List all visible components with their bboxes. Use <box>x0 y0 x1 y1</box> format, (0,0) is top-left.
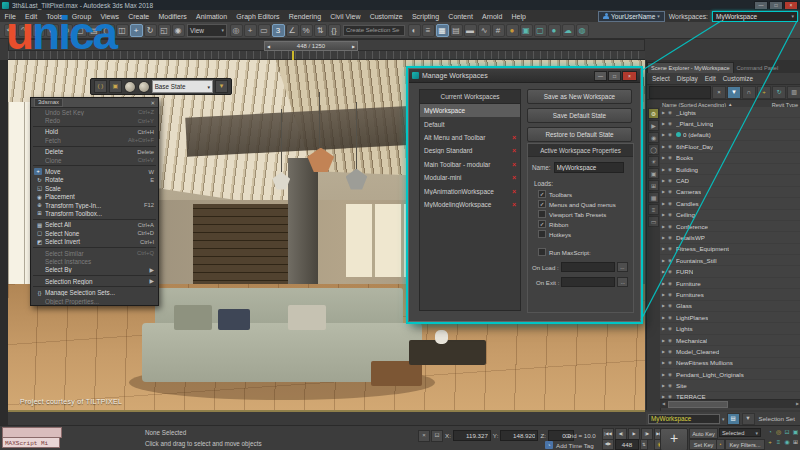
render-icon[interactable]: ● <box>548 24 561 37</box>
visibility-icon[interactable]: ◉ <box>668 258 676 263</box>
visibility-icon[interactable]: ◉ <box>668 246 676 251</box>
display-shapes-icon[interactable]: ◯ <box>648 144 659 155</box>
current-frame-field[interactable]: 448 <box>615 439 639 450</box>
select-rotate-icon[interactable]: ↻ <box>144 24 157 37</box>
time-slider-handle[interactable]: ◀ 448 / 1250 ▶ <box>264 41 358 51</box>
scene-item-building[interactable]: ▶◉Building <box>660 164 800 175</box>
context-item-object-properties[interactable]: Object Properties... <box>31 297 158 305</box>
context-item-placement[interactable]: ◉Placement <box>31 193 158 201</box>
workspace-item-main-toolbar-modular[interactable]: Main Toolbar - modular× <box>420 158 520 171</box>
named-selection-input[interactable] <box>343 25 405 36</box>
sync-selection-icon[interactable]: ↻ <box>772 86 786 99</box>
context-item-delete[interactable]: DeleteDelete <box>31 148 158 156</box>
visibility-icon[interactable]: ◉ <box>668 189 676 194</box>
state-save-icon[interactable]: ▼ <box>215 80 228 93</box>
visibility-icon[interactable]: ◉ <box>668 269 676 274</box>
zoom-icon[interactable]: ◎ <box>775 428 783 437</box>
workspace-item-myworkspace[interactable]: MyWorkspace <box>420 104 520 117</box>
delete-workspace-icon[interactable]: × <box>512 201 516 208</box>
on-load-input[interactable] <box>561 262 615 272</box>
chevron-down-icon[interactable]: ▾ <box>722 416 725 422</box>
workspace-item-alt-menu-and-toolbar[interactable]: Alt Menu and Toolbar× <box>420 131 520 144</box>
context-item-select-similar[interactable]: Select SimilarCtrl+Q <box>31 249 158 257</box>
visibility-icon[interactable]: ◉ <box>668 144 676 149</box>
state-record-icon[interactable]: ( ) <box>94 80 107 93</box>
checkbox-viewport-tab-presets[interactable]: Viewport Tab Presets <box>538 210 616 218</box>
absolute-mode-icon[interactable]: ⊡ <box>431 430 443 442</box>
scene-item-terrace[interactable]: ▶◉TERRACE <box>660 392 800 399</box>
display-helpers-icon[interactable]: ⊞ <box>648 180 659 191</box>
scene-item-fitness-equipment[interactable]: ▶◉Fitness_Equipment <box>660 244 800 255</box>
context-item-transform-toolbox[interactable]: ⊞Transform Toolbox... <box>31 209 158 217</box>
context-item-select-none[interactable]: ▢Select NoneCtrl+D <box>31 229 158 237</box>
schematic-view-icon[interactable]: # <box>492 24 505 37</box>
checkbox-icon[interactable]: ✓ <box>538 200 546 208</box>
configure-columns-icon[interactable]: ▥ <box>787 86 800 99</box>
context-item-selection-region[interactable]: Selection Region▶ <box>31 277 158 285</box>
checkbox-icon[interactable]: ✓ <box>538 220 546 228</box>
browse-button[interactable]: ... <box>617 262 628 272</box>
base-state-dropdown[interactable]: Base State ▾ <box>152 80 213 93</box>
select-manipulate-icon[interactable]: + <box>244 24 257 37</box>
workspace-name-input[interactable] <box>554 162 624 173</box>
visibility-icon[interactable]: ◉ <box>668 303 676 308</box>
scene-item-furnitures[interactable]: ▶◉Furnitures <box>660 289 800 300</box>
scene-item-model-cleaned[interactable]: ▶◉Model_Cleaned <box>660 346 800 357</box>
display-lights-icon[interactable]: ☀ <box>648 156 659 167</box>
button-save-default-state[interactable]: Save Default State <box>527 108 632 123</box>
visibility-icon[interactable]: ◉ <box>668 372 676 377</box>
add-time-tag[interactable]: ◔ Add Time Tag <box>545 441 594 449</box>
menu-help[interactable]: Help <box>507 13 531 20</box>
walk-icon[interactable]: ≡ <box>775 438 783 447</box>
key-selection-dropdown[interactable]: Selected ▾ <box>719 428 761 437</box>
state-camera-icon[interactable]: ▣ <box>109 80 122 93</box>
add-to-selection-icon[interactable]: + <box>757 86 771 99</box>
checkbox-menus-and-quad-menus[interactable]: ✓Menus and Quad menus <box>538 200 616 208</box>
frame-forward-icon[interactable]: ▶ <box>352 44 355 49</box>
scene-item-lights[interactable]: ▶◉Lights <box>660 323 800 334</box>
select-move-icon[interactable]: + <box>130 24 143 37</box>
maxscript-mini-listener[interactable]: MAXScript Mi <box>2 437 60 448</box>
context-item-transform-type-in[interactable]: ⊕Transform Type-In...F12 <box>31 201 158 209</box>
maximize-button[interactable]: □ <box>769 1 783 10</box>
menu-scripting[interactable]: Scripting <box>407 13 443 20</box>
maximize-viewport-icon[interactable]: ⊞ <box>792 438 800 447</box>
orbit-icon[interactable]: ◉ <box>783 438 791 447</box>
context-item-move[interactable]: +MoveW <box>31 167 158 175</box>
explorer-menu-select[interactable]: Select <box>652 75 670 82</box>
window-crossing-icon[interactable]: ◫ <box>116 24 129 37</box>
scene-item-furn[interactable]: ▶◉FURN <box>660 266 800 277</box>
checkbox-run-maxscript[interactable]: Run MaxScript: <box>538 248 591 256</box>
scene-item-newfitness-mullions[interactable]: ▶◉NewFitness Mullions <box>660 358 800 369</box>
display-containers-icon[interactable]: ▭ <box>648 216 659 227</box>
menu-rendering[interactable]: Rendering <box>284 13 326 20</box>
set-keys-button[interactable]: + <box>660 428 688 450</box>
checkbox-icon[interactable] <box>538 230 546 238</box>
tab-command-panel[interactable]: Command Panel <box>734 63 782 73</box>
state-thumbnail[interactable] <box>138 81 150 93</box>
context-menu-titlebar[interactable]: 3dsmax ✕ <box>31 98 158 108</box>
visibility-icon[interactable]: ◉ <box>668 212 676 217</box>
lock-selection-icon[interactable]: ∩ <box>742 86 756 99</box>
zoom-region-icon[interactable]: ▣ <box>792 428 800 437</box>
scene-item-lights[interactable]: ▶◉_Lights <box>660 107 800 118</box>
menu-modifiers[interactable]: Modifiers <box>154 13 192 20</box>
scene-item-6thfloor-day[interactable]: ▶◉6thFloor_Day <box>660 141 800 152</box>
workspace-item-design-standard[interactable]: Design Standard× <box>420 144 520 157</box>
spinner-snap-icon[interactable]: ⇅ <box>314 24 327 37</box>
scroll-right-icon[interactable]: ▶ <box>794 400 800 407</box>
render-a360-icon[interactable]: ☁ <box>562 24 575 37</box>
material-editor-icon[interactable]: ● <box>506 24 519 37</box>
layer-explorer-icon[interactable]: ▤ <box>450 24 463 37</box>
visibility-icon[interactable]: ◉ <box>668 224 676 229</box>
visibility-icon[interactable]: ◉ <box>668 349 676 354</box>
y-coordinate-field[interactable] <box>500 430 538 441</box>
field-of-view-icon[interactable]: ◔ <box>766 428 774 437</box>
explorer-menu-display[interactable]: Display <box>677 75 698 82</box>
workspace-page-icon[interactable]: ▤ <box>727 413 740 425</box>
close-icon[interactable]: ✕ <box>150 100 155 106</box>
workspace-item-myanimationworkspace[interactable]: MyAnimationWorkspace× <box>420 184 520 197</box>
dialog-titlebar[interactable]: Manage Workspaces — □ × <box>409 69 640 83</box>
visibility-icon[interactable]: ◉ <box>668 383 676 388</box>
workspace-item-mymodelingworkspace[interactable]: MyModelingWorkspace× <box>420 198 520 211</box>
